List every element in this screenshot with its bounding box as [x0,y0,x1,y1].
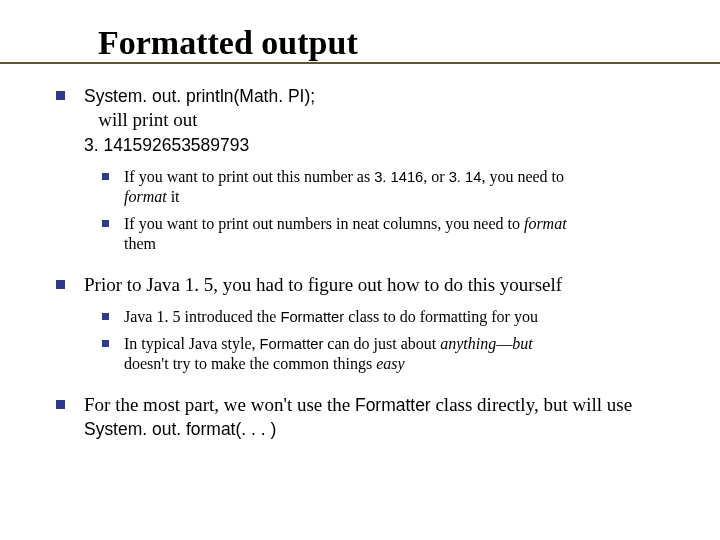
slide: Formatted output System. out. println(Ma… [0,0,720,483]
t: class to do formatting for you [344,308,538,325]
code-formatter: Formatter [355,395,431,415]
t: In typical Java style, [124,335,260,352]
code-3-14: 3. 14 [449,169,482,185]
text-will-print: will print out [84,109,197,130]
code-formatter: Formatter [280,309,344,325]
slide-title: Formatted output [98,24,684,62]
code-system-out-format: System. out. format(. . . ) [84,419,276,439]
main-bullet-list: System. out. println(Math. PI); will pri… [56,84,684,441]
bullet-2-sub-1: Java 1. 5 introduced the Formatter class… [102,307,684,327]
title-underline [0,62,720,64]
t: it [167,188,180,205]
t: , you need to [481,168,564,185]
t: can do just about [323,335,440,352]
bullet-2: Prior to Java 1. 5, you had to figure ou… [56,273,684,375]
ital-format: format [124,188,167,205]
ital-anything: anything [440,335,496,352]
ital-but: but [512,335,532,352]
code-formatter: Formatter [260,336,324,352]
dash: — [496,335,512,352]
bullet-1-sub-1: If you want to print out this number as … [102,167,684,208]
t: If you want to print out this number as [124,168,374,185]
t: doesn't try to make the common things [124,355,376,372]
ital-format: format [524,215,567,232]
ital-easy: easy [376,355,404,372]
bullet-1-sublist: If you want to print out this number as … [102,167,684,255]
t: class directly, but will use [431,394,632,415]
bullet-2-sub-2: In typical Java style, Formatter can do … [102,334,684,375]
bullet-1-sub-2: If you want to print out numbers in neat… [102,214,684,255]
t: them [124,235,156,252]
bullet-2-sublist: Java 1. 5 introduced the Formatter class… [102,307,684,374]
code-println: System. out. println(Math. PI); [84,86,315,106]
t: If you want to print out numbers in neat… [124,215,524,232]
t: For the most part, we won't use the [84,394,355,415]
text-prior-java: Prior to Java 1. 5, you had to figure ou… [84,274,562,295]
t: , or [423,168,448,185]
code-3-1416: 3. 1416 [374,169,423,185]
bullet-1: System. out. println(Math. PI); will pri… [56,84,684,255]
t: Java 1. 5 introduced the [124,308,280,325]
bullet-3: For the most part, we won't use the Form… [56,393,684,442]
code-pi-value: 3. 141592653589793 [84,135,249,155]
